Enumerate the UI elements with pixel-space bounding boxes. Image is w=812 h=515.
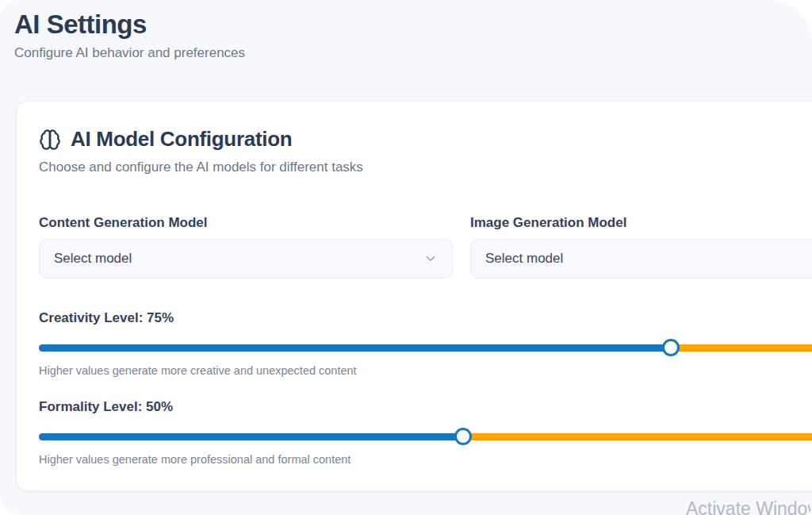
- content-model-label: Content Generation Model: [39, 215, 453, 231]
- formality-slider-block: Formality Level: 50% Higher values gener…: [39, 399, 812, 466]
- activate-windows-watermark: Activate Windows: [686, 498, 812, 515]
- page-subtitle: Configure AI behavior and preferences: [14, 45, 245, 61]
- formality-slider-helper: Higher values generate more professional…: [39, 453, 812, 466]
- card-subtitle: Choose and configure the AI models for d…: [39, 159, 812, 175]
- card-title: AI Model Configuration: [71, 127, 292, 152]
- content-model-field: Content Generation Model Select model: [39, 215, 453, 279]
- model-selects-row: Content Generation Model Select model Im…: [39, 215, 812, 279]
- creativity-slider-thumb[interactable]: [662, 339, 680, 356]
- brain-icon: [39, 129, 61, 151]
- creativity-slider-block: Creativity Level: 75% Higher values gene…: [39, 310, 812, 377]
- image-model-label: Image Generation Model: [470, 215, 812, 231]
- formality-slider[interactable]: [39, 428, 812, 445]
- image-model-field: Image Generation Model Select model: [470, 215, 812, 279]
- ai-model-configuration-card: AI Model Configuration Choose and config…: [16, 101, 812, 491]
- page-title: AI Settings: [14, 10, 245, 40]
- content-model-select[interactable]: Select model: [39, 239, 453, 279]
- card-title-row: AI Model Configuration: [39, 127, 812, 152]
- chevron-down-icon: [423, 252, 438, 266]
- formality-slider-fill: [39, 433, 463, 440]
- image-model-select[interactable]: Select model: [470, 239, 812, 279]
- creativity-slider[interactable]: [39, 339, 812, 356]
- page-header: AI Settings Configure AI behavior and pr…: [14, 10, 245, 61]
- content-model-select-value: Select model: [54, 251, 132, 267]
- creativity-slider-fill: [39, 344, 671, 352]
- creativity-slider-label: Creativity Level: 75%: [39, 310, 812, 326]
- formality-slider-thumb[interactable]: [454, 428, 472, 445]
- ai-settings-page: AI Settings Configure AI behavior and pr…: [0, 0, 812, 515]
- creativity-slider-helper: Higher values generate more creative and…: [39, 364, 812, 377]
- image-model-select-value: Select model: [485, 251, 563, 267]
- formality-slider-label: Formality Level: 50%: [39, 399, 812, 415]
